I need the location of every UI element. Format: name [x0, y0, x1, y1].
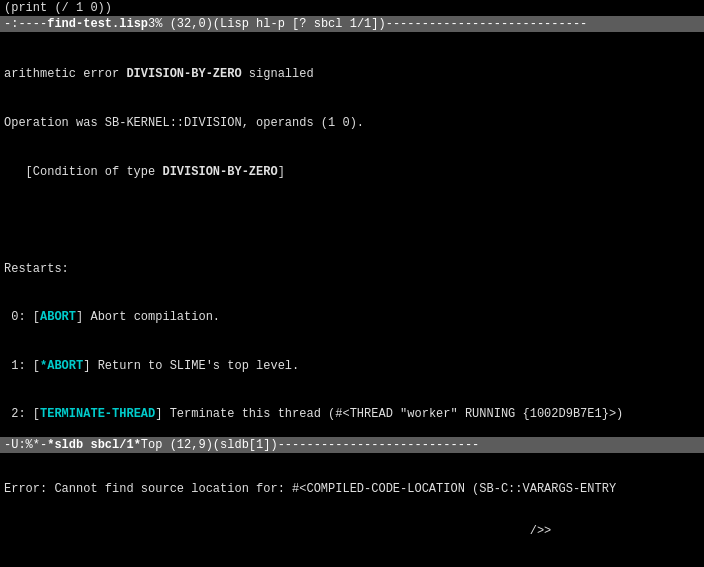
modeline-bottom: -U:%*- *sldb sbcl/1* Top (12,9) (sldb[1]…	[0, 437, 704, 453]
line-restarts-label: Restarts:	[4, 261, 700, 277]
modeline-top-dashes-left: -:----	[4, 17, 47, 31]
line-blank1	[4, 212, 700, 228]
modeline-bottom-rest: ----------------------------	[278, 438, 480, 452]
bottom-error-line1: Error: Cannot find source location for: …	[4, 482, 700, 496]
modeline-bottom-dashes: (sldb[1])	[213, 438, 278, 452]
content-area[interactable]: arithmetic error DIVISION-BY-ZERO signal…	[0, 32, 704, 437]
modeline-top: -:---- find-test.lisp 3% (32,0) (Lisp hl…	[0, 16, 704, 32]
modeline-top-filename: find-test.lisp	[47, 17, 148, 31]
modeline-bottom-prefix: -U:%*-	[4, 438, 47, 452]
line-restart-0: 0: [ABORT] Abort compilation.	[4, 309, 700, 325]
line-restart-1: 1: [*ABORT] Return to SLIME's top level.	[4, 358, 700, 374]
bottom-error-area: Error: Cannot find source location for: …	[0, 453, 704, 567]
editor-container: (print (/ 1 0)) -:---- find-test.lisp 3%…	[0, 0, 704, 567]
top-bar: (print (/ 1 0))	[0, 0, 704, 16]
modeline-top-percent: 3% (32,0)	[148, 17, 213, 31]
bottom-error-line2: />>	[4, 524, 700, 538]
modeline-bottom-mode: Top (12,9)	[141, 438, 213, 452]
top-bar-content: (print (/ 1 0))	[4, 1, 112, 15]
modeline-top-mode: (Lisp hl-p [? sbcl 1/1])	[213, 17, 386, 31]
line-restart-2: 2: [TERMINATE-THREAD] Terminate this thr…	[4, 406, 700, 422]
line-1: arithmetic error DIVISION-BY-ZERO signal…	[4, 66, 700, 82]
modeline-top-dashes-right: ----------------------------	[386, 17, 588, 31]
modeline-bottom-buffername: *sldb sbcl/1*	[47, 438, 141, 452]
line-3: [Condition of type DIVISION-BY-ZERO]	[4, 164, 700, 180]
line-2: Operation was SB-KERNEL::DIVISION, opera…	[4, 115, 700, 131]
